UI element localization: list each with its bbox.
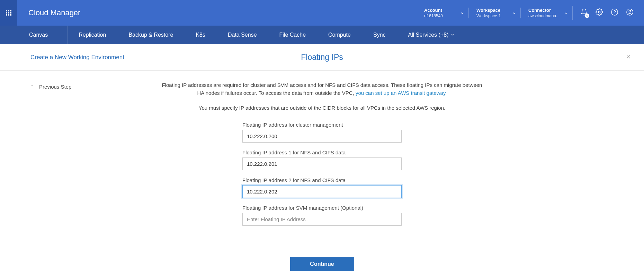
label-svm: Floating IP address for SVM management (… <box>242 205 402 211</box>
description-note: You must specify IP addresses that are o… <box>159 105 485 111</box>
nav-canvas[interactable]: Canvas <box>0 26 68 44</box>
close-button[interactable] <box>623 51 634 64</box>
svg-point-4 <box>629 10 631 12</box>
field-cluster-mgmt: Floating IP address for cluster manageme… <box>242 122 402 143</box>
connector-selector[interactable]: Connector awscloudmana... <box>520 8 572 18</box>
gear-icon <box>596 8 603 16</box>
svg-point-1 <box>611 9 618 15</box>
transit-gateway-link[interactable]: you can set up an AWS transit gateway. <box>356 90 447 96</box>
continue-button[interactable]: Continue <box>290 257 354 271</box>
breadcrumb[interactable]: Create a New Working Environment <box>30 54 124 61</box>
previous-step-link[interactable]: ↑ Previous Step <box>30 83 71 90</box>
settings-button[interactable] <box>596 8 603 17</box>
chevron-down-icon <box>450 32 455 38</box>
brand-title: Cloud Manager <box>28 8 80 17</box>
top-header: Cloud Manager Account rt1618549 Workspac… <box>0 0 644 26</box>
workspace-label: Workspace <box>476 8 513 13</box>
nav-backup-restore[interactable]: Backup & Restore <box>117 26 185 44</box>
input-cluster-mgmt[interactable] <box>242 130 402 143</box>
nav-file-cache[interactable]: File Cache <box>268 26 317 44</box>
input-nfs1[interactable] <box>242 157 402 170</box>
floating-ip-form: Floating IP address for cluster manageme… <box>242 122 402 226</box>
label-cluster-mgmt: Floating IP address for cluster manageme… <box>242 122 402 128</box>
nav-compute[interactable]: Compute <box>317 26 362 44</box>
workspace-value: Workspace-1 <box>476 13 513 18</box>
account-value: rt1618549 <box>424 13 461 18</box>
page-title: Floating IPs <box>301 53 343 62</box>
nav-sync[interactable]: Sync <box>362 26 397 44</box>
user-button[interactable] <box>626 8 634 17</box>
top-icon-tray: 1 <box>572 6 644 20</box>
apps-launcher[interactable] <box>0 0 17 26</box>
chevron-down-icon <box>460 10 464 17</box>
nav-data-sense[interactable]: Data Sense <box>217 26 268 44</box>
field-svm: Floating IP address for SVM management (… <box>242 205 402 226</box>
help-icon <box>611 8 618 16</box>
footer-bar: Continue <box>0 252 644 271</box>
connector-value: awscloudmana... <box>528 13 565 18</box>
context-selectors: Account rt1618549 Workspace Workspace-1 … <box>417 8 572 18</box>
apps-grid-icon <box>6 10 11 16</box>
label-nfs1: Floating IP address 1 for NFS and CIFS d… <box>242 150 402 155</box>
nav-replication[interactable]: Replication <box>68 26 117 44</box>
notification-badge: 1 <box>585 13 589 18</box>
svg-point-0 <box>598 11 600 13</box>
connector-label: Connector <box>528 8 565 13</box>
input-svm[interactable] <box>242 213 402 226</box>
input-nfs2[interactable] <box>242 185 402 198</box>
notifications-button[interactable]: 1 <box>580 8 588 17</box>
main-nav: Canvas Replication Backup & Restore K8s … <box>0 26 644 44</box>
account-selector[interactable]: Account rt1618549 <box>417 8 468 18</box>
workspace-selector[interactable]: Workspace Workspace-1 <box>468 8 520 18</box>
chevron-down-icon <box>564 10 568 17</box>
nav-k8s[interactable]: K8s <box>185 26 217 44</box>
nav-all-services-label: All Services (+8) <box>408 32 449 38</box>
field-nfs2: Floating IP address 2 for NFS and CIFS d… <box>242 177 402 198</box>
chevron-down-icon <box>512 10 516 17</box>
nav-all-services[interactable]: All Services (+8) <box>397 26 466 44</box>
close-icon <box>625 54 632 60</box>
description-text: Floating IP addresses are required for c… <box>159 81 485 97</box>
user-icon <box>626 8 634 16</box>
account-label: Account <box>424 8 461 13</box>
previous-step-label: Previous Step <box>39 84 71 90</box>
label-nfs2: Floating IP address 2 for NFS and CIFS d… <box>242 177 402 183</box>
main-content: ↑ Previous Step Floating IP addresses ar… <box>0 71 644 226</box>
arrow-up-icon: ↑ <box>30 83 34 90</box>
field-nfs1: Floating IP address 1 for NFS and CIFS d… <box>242 150 402 170</box>
sub-header: Create a New Working Environment Floatin… <box>0 44 644 71</box>
help-button[interactable] <box>611 8 618 17</box>
